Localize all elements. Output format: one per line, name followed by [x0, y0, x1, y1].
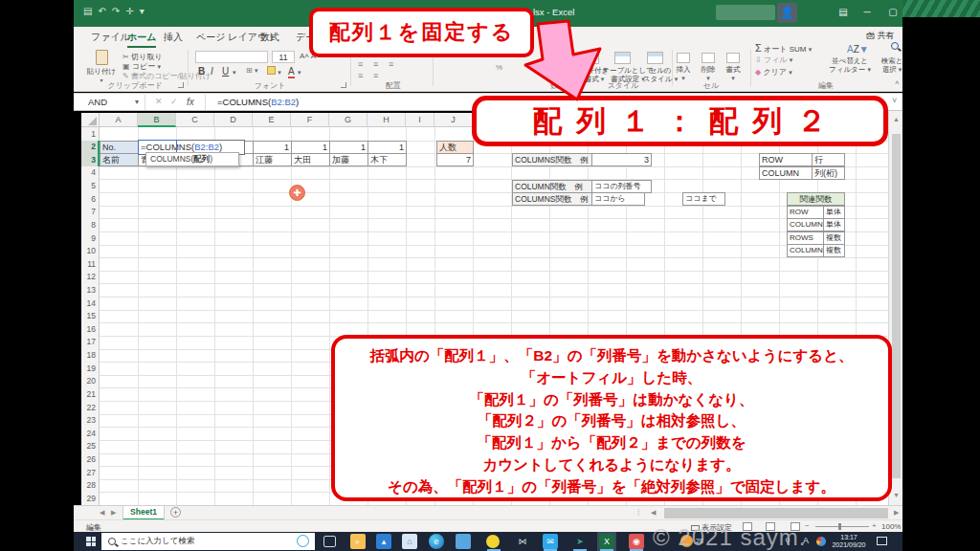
- row-header-3[interactable]: 3: [91, 155, 96, 165]
- row-header-14[interactable]: 14: [87, 298, 96, 308]
- touch-mode-icon[interactable]: ✛: [125, 6, 133, 16]
- row-header-8[interactable]: 8: [91, 220, 96, 230]
- related-key[interactable]: ROW: [787, 206, 824, 219]
- cell-row3-1[interactable]: 江藤: [253, 153, 292, 166]
- start-button[interactable]: [78, 532, 103, 551]
- zoom-level[interactable]: 100%: [881, 522, 901, 531]
- clipboard-dialog-launcher-icon[interactable]: [178, 82, 184, 88]
- save-icon[interactable]: ▤: [83, 6, 92, 16]
- table2-label[interactable]: COLUMN関数 例: [512, 180, 592, 193]
- app-icon-arrow[interactable]: ➤: [572, 534, 588, 549]
- indent-icon[interactable]: ≡: [358, 71, 362, 80]
- align-center-icon[interactable]: ≡: [373, 59, 377, 69]
- fill-color-icon[interactable]: ▾: [267, 66, 281, 77]
- column-header-J[interactable]: J: [434, 113, 473, 127]
- tab-splitter[interactable]: ⁞: [637, 508, 639, 518]
- zoom-slider[interactable]: [815, 526, 869, 527]
- font-name-input[interactable]: [195, 51, 268, 63]
- row-header-23[interactable]: 23: [87, 415, 96, 425]
- zoom-in-icon[interactable]: +: [872, 521, 877, 530]
- ribbon-tab-4[interactable]: 数式: [260, 31, 279, 44]
- row-header-24[interactable]: 24: [87, 429, 96, 438]
- rowcol-val[interactable]: 行: [812, 153, 845, 166]
- scroll-up-icon[interactable]: ▲: [893, 116, 900, 122]
- recorder-icon[interactable]: ◉: [629, 534, 644, 549]
- task-view-icon[interactable]: [323, 536, 336, 547]
- name-box-dropdown-icon[interactable]: ▾: [135, 98, 139, 106]
- related-val[interactable]: 単体: [823, 206, 845, 219]
- font-size-input[interactable]: 11: [272, 51, 295, 63]
- redo-icon[interactable]: ↷: [112, 6, 120, 16]
- ribbon-tab-2[interactable]: 挿入: [164, 31, 183, 44]
- cell-A2[interactable]: No.: [100, 141, 139, 154]
- sheet-next-icon[interactable]: ▶: [111, 509, 116, 517]
- column-header-A[interactable]: A: [100, 113, 138, 127]
- clock-app-icon[interactable]: [486, 535, 500, 548]
- clear-button[interactable]: ◆ クリア ▾: [755, 67, 792, 77]
- row-header-7[interactable]: 7: [91, 207, 96, 216]
- share-button[interactable]: 🖄 共有: [866, 30, 895, 42]
- cancel-icon[interactable]: ✕: [155, 97, 163, 106]
- row-header-25[interactable]: 25: [87, 441, 96, 451]
- sheet-prev-icon[interactable]: ◀: [100, 509, 104, 517]
- taskbar-search-input[interactable]: ここに入力して検索: [101, 533, 315, 550]
- name-box[interactable]: AND: [88, 97, 107, 107]
- related-key[interactable]: COLUMN: [787, 218, 824, 231]
- fill-button[interactable]: ⇩ フィル ▾: [755, 55, 792, 65]
- table3-from[interactable]: ココから: [591, 192, 645, 206]
- autosum-button[interactable]: Σ オート SUM ▾: [755, 42, 812, 55]
- ribbon-display-options-icon[interactable]: ▤: [833, 5, 854, 20]
- align-right-icon[interactable]: ≡: [389, 59, 392, 69]
- related-key[interactable]: ROWS: [787, 231, 824, 245]
- zoom-slider-thumb[interactable]: [838, 523, 841, 530]
- row-header-28[interactable]: 28: [87, 480, 96, 490]
- cell-J2[interactable]: 人数: [436, 141, 474, 154]
- font-color-icon[interactable]: A: [288, 66, 295, 78]
- edge-icon[interactable]: e: [429, 534, 444, 549]
- row-header-13[interactable]: 13: [87, 285, 96, 295]
- row-header-19[interactable]: 19: [87, 364, 96, 373]
- table1-value[interactable]: 3: [591, 153, 652, 166]
- horizontal-scroll-thumb[interactable]: [664, 508, 888, 518]
- rowcol-val[interactable]: 列(桁): [812, 166, 845, 180]
- percent-style-icon[interactable]: %: [496, 63, 502, 72]
- row-header-5[interactable]: 5: [91, 181, 96, 190]
- sheet-tab[interactable]: Sheet1: [122, 506, 165, 520]
- ribbon-tab-1[interactable]: ホーム: [127, 31, 156, 49]
- cell-A3[interactable]: 名前: [100, 153, 139, 166]
- column-header-C[interactable]: C: [176, 113, 214, 127]
- column-header-B[interactable]: B: [138, 113, 176, 127]
- mail-icon[interactable]: ✉: [543, 534, 558, 549]
- indent2-icon[interactable]: ≡: [373, 71, 377, 80]
- expand-formula-bar-icon[interactable]: ˅: [892, 96, 897, 105]
- minimize-button[interactable]: ─: [857, 5, 878, 20]
- excel-icon[interactable]: X: [599, 534, 614, 549]
- vertical-scroll-thumb[interactable]: [892, 134, 901, 478]
- borders-icon[interactable]: ⊞ ▾: [246, 66, 257, 75]
- photos-icon[interactable]: ▴: [376, 534, 391, 549]
- insert-function-icon[interactable]: fx: [187, 97, 194, 107]
- table3-label[interactable]: COLUMNS関数 例: [512, 192, 592, 206]
- table2-value[interactable]: ココの列番号: [591, 180, 652, 193]
- underline-dropdown-icon[interactable]: ▾: [233, 68, 236, 77]
- table3-to[interactable]: ココまで: [682, 192, 725, 206]
- cell-row3-2[interactable]: 大田: [291, 153, 330, 166]
- cell-row2-1[interactable]: 1: [253, 141, 292, 154]
- column-header-F[interactable]: F: [291, 113, 329, 127]
- underline-button[interactable]: U: [222, 66, 229, 77]
- column-header-E[interactable]: E: [253, 113, 291, 127]
- notification-center-icon[interactable]: [877, 537, 887, 545]
- format-cells-button[interactable]: 書式▾: [726, 66, 741, 82]
- cell-row2-2[interactable]: 1: [291, 141, 330, 154]
- cortana-icon[interactable]: [297, 535, 309, 547]
- related-val[interactable]: 複数: [823, 244, 845, 257]
- column-header-G[interactable]: G: [329, 113, 368, 127]
- sort-filter-button[interactable]: 並べ替えとフィルター ▾: [829, 57, 871, 74]
- row-header-1[interactable]: 1: [91, 129, 96, 139]
- file-explorer-icon[interactable]: ▸: [350, 534, 366, 549]
- related-val[interactable]: 複数: [823, 231, 845, 245]
- bold-button[interactable]: B: [198, 66, 205, 77]
- row-header-9[interactable]: 9: [91, 233, 96, 243]
- hscroll-right-icon[interactable]: ▶: [894, 509, 899, 517]
- add-sheet-icon[interactable]: +: [170, 507, 181, 518]
